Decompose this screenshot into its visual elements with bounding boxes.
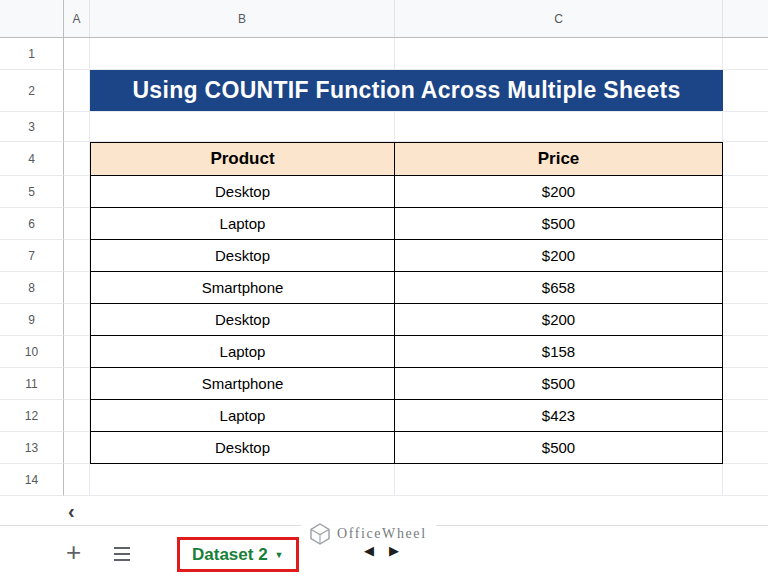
table-cell-product[interactable]: Laptop — [90, 400, 395, 432]
cell-b14[interactable] — [90, 464, 395, 496]
grid-row-1: 1 — [0, 38, 768, 70]
tab-scroll-left-icon[interactable]: ◀ — [364, 543, 374, 558]
cell-rest-4 — [723, 142, 768, 176]
grid-row-3: 3 — [0, 112, 768, 142]
table-cell-price[interactable]: $200 — [395, 304, 723, 336]
table-cell-product[interactable]: Desktop — [90, 240, 395, 272]
grid-row-2: 2 Using COUNTIF Function Across Multiple… — [0, 70, 768, 112]
hamburger-bar — [114, 553, 130, 555]
table-cell-price[interactable]: $500 — [395, 368, 723, 400]
cell-rest-5 — [723, 176, 768, 208]
tab-scroll-right-icon[interactable]: ▶ — [389, 543, 399, 558]
cell-a13[interactable] — [64, 432, 90, 464]
title-banner-cell[interactable]: Using COUNTIF Function Across Multiple S… — [90, 70, 723, 112]
sheet-tab-dataset-2[interactable]: Dataset 2 ▼ — [177, 537, 299, 572]
cell-rest-2 — [723, 70, 768, 112]
grid-row-7: 7 Desktop $200 — [0, 240, 768, 272]
grid-row-11: 11 Smartphone $500 — [0, 368, 768, 400]
table-cell-price[interactable]: $200 — [395, 176, 723, 208]
cell-a4[interactable] — [64, 142, 90, 176]
row-header-9[interactable]: 9 — [0, 304, 64, 336]
row-header-8[interactable]: 8 — [0, 272, 64, 304]
hamburger-bar — [114, 547, 130, 549]
cell-rest-3 — [723, 112, 768, 142]
scroll-left-icon[interactable]: ‹ — [68, 501, 75, 521]
row-header-14[interactable]: 14 — [0, 464, 64, 496]
table-cell-product[interactable]: Laptop — [90, 336, 395, 368]
cell-a8[interactable] — [64, 272, 90, 304]
cell-a12[interactable] — [64, 400, 90, 432]
add-sheet-button[interactable]: + — [66, 539, 81, 565]
cell-c14[interactable] — [395, 464, 723, 496]
table-cell-price[interactable]: $658 — [395, 272, 723, 304]
table-cell-product[interactable]: Smartphone — [90, 368, 395, 400]
cell-a3[interactable] — [64, 112, 90, 142]
row-header-10[interactable]: 10 — [0, 336, 64, 368]
cell-rest-7 — [723, 240, 768, 272]
cell-rest-1 — [723, 38, 768, 70]
row-header-2[interactable]: 2 — [0, 70, 64, 112]
cell-a9[interactable] — [64, 304, 90, 336]
row-header-3[interactable]: 3 — [0, 112, 64, 142]
row-header-4[interactable]: 4 — [0, 142, 64, 176]
table-cell-product[interactable]: Desktop — [90, 176, 395, 208]
grid-row-14: 14 — [0, 464, 768, 496]
table-cell-price[interactable]: $423 — [395, 400, 723, 432]
grid-row-4: 4 Product Price — [0, 142, 768, 176]
cell-rest-12 — [723, 400, 768, 432]
cell-a1[interactable] — [64, 38, 90, 70]
table-cell-product[interactable]: Desktop — [90, 304, 395, 336]
row-header-13[interactable]: 13 — [0, 432, 64, 464]
cell-b1[interactable] — [90, 38, 395, 70]
cell-a2[interactable] — [64, 70, 90, 112]
column-header-c[interactable]: C — [395, 0, 723, 37]
table-header-price[interactable]: Price — [395, 142, 723, 176]
table-header-product[interactable]: Product — [90, 142, 395, 176]
row-header-5[interactable]: 5 — [0, 176, 64, 208]
grid-row-5: 5 Desktop $200 — [0, 176, 768, 208]
cell-rest-10 — [723, 336, 768, 368]
grid-row-10: 10 Laptop $158 — [0, 336, 768, 368]
table-cell-product[interactable]: Desktop — [90, 432, 395, 464]
column-header-rest — [723, 0, 768, 37]
table-cell-price[interactable]: $500 — [395, 208, 723, 240]
spreadsheet-app: A B C 1 2 Using COUNTIF Function Across … — [0, 0, 768, 582]
cell-rest-8 — [723, 272, 768, 304]
table-cell-price[interactable]: $158 — [395, 336, 723, 368]
cell-rest-6 — [723, 208, 768, 240]
grid-row-12: 12 Laptop $423 — [0, 400, 768, 432]
table-cell-price[interactable]: $500 — [395, 432, 723, 464]
grid-row-9: 9 Desktop $200 — [0, 304, 768, 336]
hamburger-bar — [114, 559, 130, 561]
grid-row-8: 8 Smartphone $658 — [0, 272, 768, 304]
grid-row-6: 6 Laptop $500 — [0, 208, 768, 240]
row-header-6[interactable]: 6 — [0, 208, 64, 240]
sheet-tab-label: Dataset 2 — [192, 545, 268, 565]
cell-a7[interactable] — [64, 240, 90, 272]
table-cell-product[interactable]: Laptop — [90, 208, 395, 240]
row-header-11[interactable]: 11 — [0, 368, 64, 400]
cell-a11[interactable] — [64, 368, 90, 400]
officewheel-logo-icon — [310, 523, 330, 545]
table-cell-product[interactable]: Smartphone — [90, 272, 395, 304]
cell-b3[interactable] — [90, 112, 395, 142]
cell-c3[interactable] — [395, 112, 723, 142]
select-all-corner[interactable] — [0, 0, 64, 37]
column-header-a[interactable]: A — [64, 0, 90, 37]
row-header-1[interactable]: 1 — [0, 38, 64, 70]
cell-rest-9 — [723, 304, 768, 336]
cell-a5[interactable] — [64, 176, 90, 208]
cell-c1[interactable] — [395, 38, 723, 70]
row-header-12[interactable]: 12 — [0, 400, 64, 432]
table-cell-price[interactable]: $200 — [395, 240, 723, 272]
cell-a10[interactable] — [64, 336, 90, 368]
row-header-7[interactable]: 7 — [0, 240, 64, 272]
column-header-b[interactable]: B — [90, 0, 395, 37]
cell-a6[interactable] — [64, 208, 90, 240]
all-sheets-menu-icon[interactable] — [112, 546, 132, 562]
sheet-tab-dropdown-icon[interactable]: ▼ — [275, 550, 284, 560]
grid-row-13: 13 Desktop $500 — [0, 432, 768, 464]
cell-rest-13 — [723, 432, 768, 464]
cell-rest-14 — [723, 464, 768, 496]
cell-a14[interactable] — [64, 464, 90, 496]
